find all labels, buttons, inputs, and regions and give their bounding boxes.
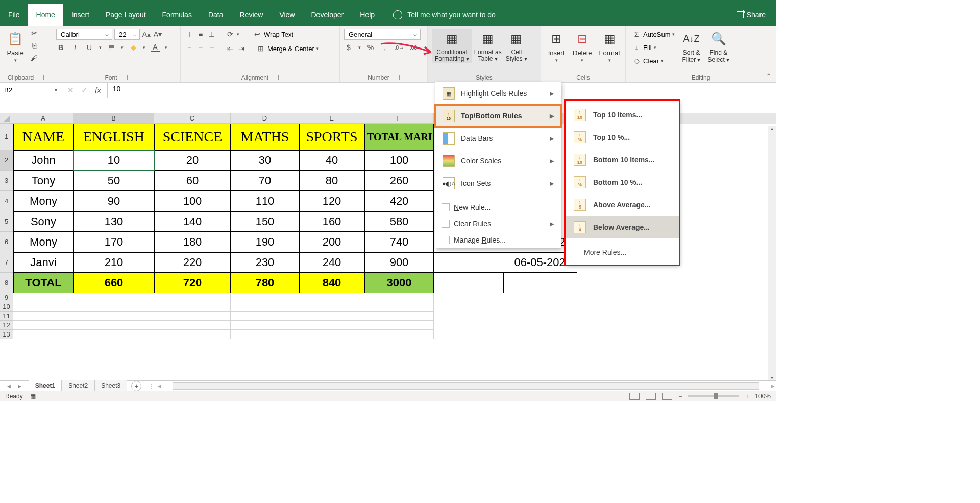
font-color-button[interactable]: A	[151, 43, 160, 52]
cell-D8[interactable]: 780	[231, 273, 299, 293]
sheet-nav-next[interactable]: ►	[17, 383, 22, 389]
cell-C5[interactable]: 140	[154, 211, 231, 232]
row-header-4[interactable]: 4	[0, 191, 13, 211]
align-left-icon[interactable]: ≡	[185, 44, 194, 53]
top-10-items[interactable]: ↑10Top 10 Items...	[566, 104, 679, 126]
cf-manage-rules[interactable]: Manage Rules...	[435, 232, 561, 248]
cf-data-bars[interactable]: Data Bars▶	[435, 127, 561, 150]
tab-view[interactable]: View	[271, 4, 303, 26]
wrap-text-button[interactable]: ↩Wrap Text	[251, 29, 296, 40]
add-sheet-button[interactable]: +	[131, 381, 141, 391]
macro-record-icon[interactable]: ▦	[30, 393, 36, 400]
align-bottom-icon[interactable]: ⊥	[207, 30, 216, 39]
conditional-formatting-button[interactable]: ▦ ConditionalFormatting ▾	[432, 29, 472, 63]
cell-A3[interactable]: Tony	[13, 171, 74, 191]
tab-file[interactable]: File	[0, 4, 28, 26]
dialog-launcher-icon[interactable]	[39, 75, 44, 80]
tab-home[interactable]: Home	[28, 4, 63, 26]
cell-C2[interactable]: 20	[154, 150, 231, 171]
align-middle-icon[interactable]: ≡	[196, 30, 205, 39]
col-header-C[interactable]: C	[154, 113, 231, 124]
bottom-10-percent[interactable]: ↓%Bottom 10 %...	[566, 171, 679, 194]
fill-button[interactable]: ↓Fill▾	[630, 42, 677, 53]
zoom-level[interactable]: 100%	[755, 393, 771, 400]
row-header-6[interactable]: 6	[0, 232, 13, 252]
cell-E6[interactable]: 200	[299, 232, 364, 252]
cell-A1[interactable]: NAME	[13, 124, 74, 150]
cell-B6[interactable]: 170	[74, 232, 154, 252]
col-header-E[interactable]: E	[299, 113, 364, 124]
zoom-slider[interactable]	[688, 395, 739, 397]
row-header-9[interactable]: 9	[0, 293, 13, 302]
autosum-button[interactable]: ΣAutoSum▾	[630, 29, 677, 40]
tab-developer[interactable]: Developer	[303, 4, 352, 26]
cell-C4[interactable]: 100	[154, 191, 231, 211]
increase-indent-icon[interactable]: ⇥	[237, 44, 246, 53]
clear-button[interactable]: ◇Clear▾	[630, 55, 677, 66]
align-top-icon[interactable]: ⊤	[185, 30, 194, 39]
cell-H8[interactable]	[504, 273, 577, 293]
col-header-D[interactable]: D	[231, 113, 299, 124]
find-select-button[interactable]: 🔍Find &Select ▾	[705, 29, 731, 64]
zoom-in-button[interactable]: +	[745, 393, 749, 400]
cf-top-bottom[interactable]: ↑10Top/Bottom Rules▶	[435, 105, 561, 127]
page-layout-view-button[interactable]	[646, 393, 656, 400]
accounting-icon[interactable]: $	[344, 43, 353, 52]
bottom-10-items[interactable]: ↓10Bottom 10 Items...	[566, 149, 679, 171]
cell-B2[interactable]: 10	[74, 150, 154, 171]
orientation-icon[interactable]: ⟳	[226, 30, 235, 39]
number-format-select[interactable]: General	[344, 29, 421, 40]
row-header-2[interactable]: 2	[0, 150, 13, 171]
increase-decimal-icon[interactable]: .0→	[395, 43, 404, 52]
row-header-11[interactable]: 11	[0, 312, 13, 321]
more-rules[interactable]: More Rules...	[566, 243, 679, 261]
insert-cells-button[interactable]: ⊞Insert▾	[545, 29, 568, 64]
cell-D4[interactable]: 110	[231, 191, 299, 211]
tab-formulas[interactable]: Formulas	[154, 4, 200, 26]
dialog-launcher-icon[interactable]	[395, 75, 400, 80]
row-header-1[interactable]: 1	[0, 124, 13, 150]
cell-F6[interactable]: 740	[364, 232, 434, 252]
cell-E8[interactable]: 840	[299, 273, 364, 293]
normal-view-button[interactable]	[629, 393, 640, 400]
top-10-percent[interactable]: ↑%Top 10 %...	[566, 126, 679, 149]
cell-A7[interactable]: Janvi	[13, 252, 74, 273]
cell-C7[interactable]: 220	[154, 252, 231, 273]
align-right-icon[interactable]: ≡	[207, 44, 216, 53]
cell-F2[interactable]: 100	[364, 150, 434, 171]
sheet-tab-3[interactable]: Sheet3	[94, 380, 127, 391]
sheet-nav-prev[interactable]: ◄	[6, 383, 12, 389]
cell-B3[interactable]: 50	[74, 171, 154, 191]
cell-A2[interactable]: John	[13, 150, 74, 171]
row-header-8[interactable]: 8	[0, 273, 13, 293]
cf-icon-sets[interactable]: ●◐○Icon Sets▶	[435, 172, 561, 195]
enter-formula-icon[interactable]: ✓	[81, 86, 88, 95]
cell-F8[interactable]: 3000	[364, 273, 434, 293]
cf-color-scales[interactable]: Color Scales▶	[435, 150, 561, 172]
cell-D1[interactable]: MATHS	[231, 124, 299, 150]
font-size-select[interactable]: 22	[114, 29, 140, 40]
bold-button[interactable]: B	[56, 43, 65, 52]
cell-styles-button[interactable]: ▦ CellStyles ▾	[504, 29, 529, 63]
name-box[interactable]: B2	[0, 83, 51, 98]
cell-E2[interactable]: 40	[299, 150, 364, 171]
cf-clear-rules[interactable]: Clear Rules▶	[435, 215, 561, 232]
tab-review[interactable]: Review	[232, 4, 272, 26]
col-header-B[interactable]: B	[74, 113, 154, 124]
cf-new-rule[interactable]: New Rule...	[435, 199, 561, 215]
format-cells-button[interactable]: ▦Format▾	[597, 29, 622, 64]
cell-E5[interactable]: 160	[299, 211, 364, 232]
row-header-10[interactable]: 10	[0, 302, 13, 312]
page-break-view-button[interactable]	[662, 393, 672, 400]
col-header-A[interactable]: A	[13, 113, 74, 124]
copy-icon[interactable]: ⎘	[30, 41, 39, 50]
sheet-tab-1[interactable]: Sheet1	[29, 380, 62, 392]
cell-F4[interactable]: 420	[364, 191, 434, 211]
name-box-dropdown[interactable]: ▾	[51, 83, 61, 98]
increase-font-icon[interactable]: A▴	[142, 30, 151, 39]
row-header-5[interactable]: 5	[0, 211, 13, 232]
cancel-formula-icon[interactable]: ✕	[67, 86, 74, 95]
horizontal-scrollbar[interactable]	[173, 382, 760, 390]
col-header-F[interactable]: F	[364, 113, 434, 124]
format-painter-icon[interactable]: 🖌	[30, 53, 39, 62]
